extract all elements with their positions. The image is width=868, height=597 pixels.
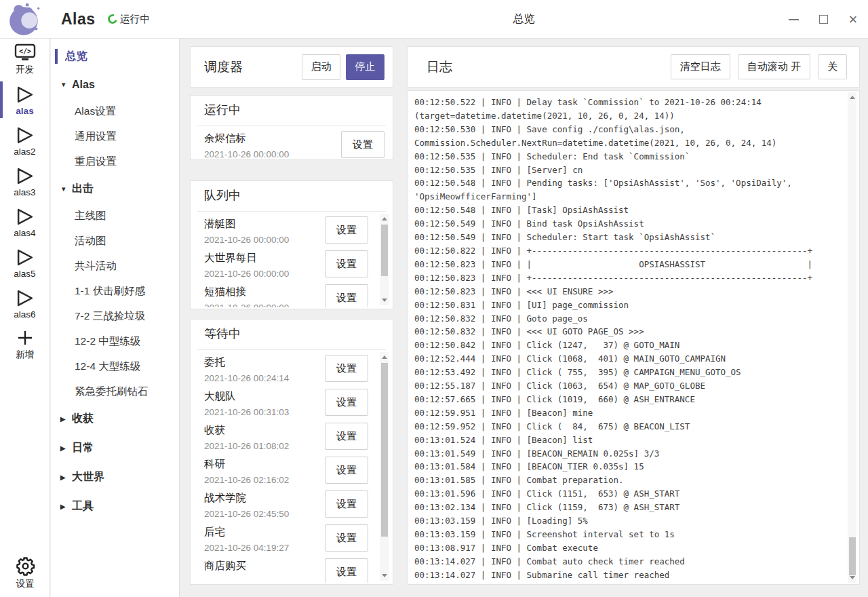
log-line: 00:12:52.444 | INFO | Click (1068, 401) … <box>414 352 846 366</box>
nav-item[interactable]: 收获 <box>51 404 179 434</box>
log-off-button[interactable]: 关 <box>818 54 847 79</box>
scroll-thumb[interactable] <box>849 537 856 575</box>
scheduler-title: 调度器 <box>204 58 296 76</box>
log-scrollbar[interactable] <box>848 92 856 583</box>
scroll-down-icon[interactable] <box>382 574 387 577</box>
rail-item[interactable]: alas3 <box>0 161 50 201</box>
minimize-button[interactable] <box>778 0 808 39</box>
maximize-button[interactable] <box>808 0 838 39</box>
task-setting-button[interactable]: 设置 <box>325 389 368 416</box>
nav-item[interactable]: 总览 <box>51 43 179 70</box>
nav-item-label: 主线图 <box>75 209 106 223</box>
scroll-up-icon[interactable] <box>382 217 387 220</box>
rail-item-settings[interactable]: 设置 <box>0 554 50 593</box>
rail-item-label: 新增 <box>16 349 34 361</box>
task-setting-button[interactable]: 设置 <box>325 250 368 277</box>
scroll-up-icon[interactable] <box>382 355 387 359</box>
task-setting-button[interactable]: 设置 <box>325 355 368 382</box>
task-setting-button[interactable]: 设置 <box>341 131 384 158</box>
scroll-thumb[interactable] <box>381 363 388 537</box>
nav-item[interactable]: 活动图 <box>51 229 179 254</box>
nav-item[interactable]: 紧急委托刷钻石 <box>51 379 179 404</box>
nav-item[interactable]: 工具 <box>51 492 179 521</box>
rail-item[interactable]: alas <box>0 79 50 120</box>
autoscroll-toggle-button[interactable]: 自动滚动 开 <box>738 54 810 79</box>
nav-item-label: 总览 <box>65 49 87 64</box>
nav-item-label: 1-1 伏击刷好感 <box>75 284 145 298</box>
nav-item[interactable]: Alas设置 <box>51 99 179 124</box>
scheduler-panel-header: 调度器 启动 停止 <box>190 46 393 88</box>
code-monitor-icon: </> <box>14 43 36 62</box>
nav-item[interactable]: Alas <box>51 70 179 99</box>
start-button[interactable]: 启动 <box>302 54 340 80</box>
nav-item[interactable]: 日常 <box>51 434 179 463</box>
nav-item-label: 12-4 大型练级 <box>75 360 140 374</box>
rail-item[interactable]: alas4 <box>0 201 50 242</box>
task-setting-button[interactable]: 设置 <box>325 284 368 307</box>
nav-item[interactable]: 出击 <box>51 174 179 204</box>
nav-item-label: 7-2 三战捡垃圾 <box>75 309 145 324</box>
close-button[interactable]: × <box>838 0 868 39</box>
log-line: 00:13:01.524 | INFO | [Beacon] list <box>414 434 846 447</box>
waiting-scrollbar[interactable] <box>380 352 389 581</box>
pending-task-list: 潜艇图 2021-10-26 00:00:00 设置 大世界每日 2021-10… <box>191 212 393 307</box>
task-next-run-time: 2021-10-26 00:00:00 <box>204 301 325 307</box>
task-setting-button[interactable]: 设置 <box>325 423 368 450</box>
rail-item[interactable]: </> 开发 <box>0 39 50 79</box>
nav-item-label: 大世界 <box>72 470 104 484</box>
group-arrow-icon <box>60 185 72 193</box>
nav-item[interactable]: 12-4 大型练级 <box>51 354 179 379</box>
task-setting-button[interactable]: 设置 <box>325 490 368 518</box>
nav-item-label: 12-2 中型练级 <box>75 334 140 349</box>
nav-item-label: 日常 <box>72 441 94 455</box>
task-next-run-time: 2021-10-26 04:19:27 <box>204 541 325 554</box>
log-line: 00:12:50.548 | INFO | [Task] OpsiAshAssi… <box>414 204 846 217</box>
task-setting-button[interactable]: 设置 <box>325 524 368 552</box>
running-title: 运行中 <box>191 96 393 126</box>
rail-item[interactable]: alas6 <box>0 283 50 324</box>
rail-item[interactable]: 新增 <box>0 324 50 364</box>
nav-item[interactable]: 重启设置 <box>51 149 179 174</box>
nav-item[interactable]: 12-2 中型练级 <box>51 329 179 354</box>
task-next-run-time: 2021-10-26 02:45:50 <box>204 507 325 520</box>
nav-item[interactable]: 大世界 <box>51 463 179 492</box>
group-arrow-icon <box>60 503 72 510</box>
scroll-thumb[interactable] <box>381 225 388 276</box>
nav-item-label: 收获 <box>72 412 94 426</box>
page-title: 总览 <box>180 0 868 39</box>
clear-log-button[interactable]: 清空日志 <box>671 54 730 79</box>
log-line: 00:12:59.951 | INFO | [Beacon] mine <box>414 406 846 420</box>
log-line: 00:12:50.832 | INFO | Goto page_os <box>414 312 846 326</box>
log-line: 00:13:01.549 | INFO | [BEACON_REMAIN 0.0… <box>414 447 846 461</box>
task-name: 收获 <box>204 423 325 437</box>
log-line: 00:13:03.159 | INFO | [Loading] 5% <box>414 514 846 528</box>
nav-item[interactable]: 1-1 伏击刷好感 <box>51 279 179 304</box>
stop-button[interactable]: 停止 <box>346 54 384 80</box>
log-line: 00:12:50.823 | INFO | | OPSIASHASSIST | <box>414 258 846 271</box>
task-setting-button[interactable]: 设置 <box>325 558 368 583</box>
scroll-down-icon[interactable] <box>382 298 387 302</box>
rail-item[interactable]: alas5 <box>0 242 50 283</box>
nav-item[interactable]: 通用设置 <box>51 124 179 149</box>
scroll-down-icon[interactable] <box>850 576 855 579</box>
task-setting-button[interactable]: 设置 <box>325 457 368 484</box>
task-row: 收获 2021-10-26 01:08:02 设置 <box>191 418 393 452</box>
waiting-task-list: 委托 2021-10-26 00:24:14 设置 大舰队 2021-10-26… <box>191 350 393 583</box>
rail-item[interactable]: alas2 <box>0 120 50 161</box>
log-line: 00:12:50.549 | INFO | Bind task OpsiAshA… <box>414 217 846 231</box>
waiting-card: 等待中 委托 2021-10-26 00:24:14 设置 大舰队 2021-1… <box>190 319 393 585</box>
rail-item-label: 开发 <box>16 64 34 76</box>
rail-item-label: alas4 <box>14 228 35 238</box>
nav-item[interactable]: 共斗活动 <box>51 254 179 279</box>
pending-scrollbar[interactable] <box>380 214 389 305</box>
nav-item[interactable]: 7-2 三战捡垃圾 <box>51 304 179 329</box>
nav-item-label: Alas <box>72 79 95 91</box>
log-line: Commission.Scheduler.NextRun=datetime.da… <box>414 136 846 150</box>
play-icon <box>16 167 34 185</box>
task-name: 后宅 <box>204 524 325 539</box>
nav-item[interactable]: 主线图 <box>51 204 179 229</box>
log-title: 日志 <box>427 58 663 76</box>
scroll-up-icon[interactable] <box>850 96 855 99</box>
task-setting-button[interactable]: 设置 <box>325 216 368 244</box>
running-spinner-icon <box>106 13 119 26</box>
